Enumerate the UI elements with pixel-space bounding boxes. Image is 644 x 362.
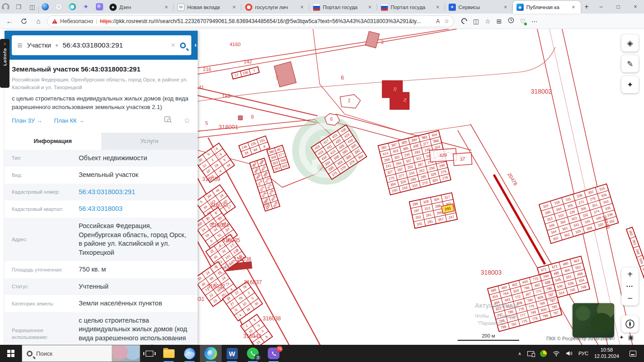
tab-services[interactable]: Услуги (101, 133, 198, 150)
preview-icon[interactable] (164, 116, 172, 125)
pinned-favicon-purplesq-icon[interactable] (96, 3, 103, 10)
measure-button[interactable]: ✎ (621, 55, 639, 72)
clear-search-icon[interactable]: × (171, 41, 175, 50)
clock[interactable]: 10:58 12.01.2024 (594, 347, 619, 360)
tab-label: Портал госуда (323, 5, 364, 10)
tab-close-icon[interactable]: × (434, 4, 441, 11)
search-highlight-thumbnail[interactable] (112, 345, 140, 362)
row-value-link[interactable]: 56:43:0318003 (79, 205, 190, 214)
taskbar-search-box[interactable]: Поиск (22, 345, 140, 362)
collapse-panel-icon[interactable]: ‹ (194, 41, 197, 48)
minimap-satellite-thumbnail[interactable] (573, 303, 614, 338)
browser-tab-4[interactable]: Портал госуда× (377, 1, 445, 14)
volume-icon[interactable] (566, 351, 573, 356)
collections-icon[interactable]: ⊞ (497, 18, 502, 25)
url-text[interactable]: https://pkk.rosreestr.ru/#/search/51.223… (100, 18, 421, 24)
row-label: Адрес: (12, 236, 79, 243)
refresh-button[interactable] (18, 15, 30, 27)
tab-close-icon[interactable]: × (298, 4, 306, 11)
settings-more-icon[interactable]: ⋯ (531, 18, 538, 25)
tab-label: Портал госуда (391, 5, 431, 10)
window-minimize-button[interactable]: – (592, 0, 610, 14)
vertical-tabs-icon[interactable]: ◫ (28, 2, 37, 11)
tab-close-icon[interactable]: × (502, 4, 509, 11)
parcel-attributes-table: Тип:Объект недвижимостиВид:Земельный уча… (5, 150, 198, 345)
task-view-button[interactable] (140, 345, 158, 362)
wifi-icon[interactable] (553, 351, 560, 357)
browser-tab-5[interactable]: Сервисы× (445, 1, 513, 14)
taskbar-app-word[interactable]: W (222, 345, 242, 362)
tab-information[interactable]: Информация (5, 133, 101, 150)
zoom-out-button[interactable]: − (621, 291, 639, 305)
start-button[interactable] (0, 345, 22, 362)
bookmark-star-icon[interactable]: ☆ (444, 18, 449, 24)
security-warning-icon[interactable] (52, 19, 57, 24)
chevron-down-icon[interactable]: ▾ (56, 43, 58, 48)
browser-tab-2[interactable]: госуслуги лич× (242, 1, 309, 14)
copilot-icon[interactable] (460, 17, 468, 25)
home-button[interactable]: ⌂ (33, 15, 44, 27)
history-icon[interactable] (508, 17, 514, 25)
workspaces-icon[interactable]: ❒ (14, 2, 23, 11)
taskbar-app-explorer[interactable] (158, 345, 179, 362)
svg-text:316035: 316035 (222, 237, 240, 243)
browser-essentials-icon[interactable]: ♡ (520, 18, 526, 25)
tray-chevron-icon[interactable]: ∧ (518, 351, 521, 356)
tab-close-icon[interactable]: × (163, 4, 170, 11)
taskbar-app-viber[interactable]: 76 (263, 345, 284, 362)
row-value-link[interactable]: 56:43:0318003:291 (79, 188, 190, 197)
taskbar-app-edge[interactable] (200, 345, 222, 362)
window-close-button[interactable]: × (627, 0, 644, 14)
lotinfo-extension-tab[interactable]: › LotInfo (0, 39, 9, 88)
pinned-favicon-cring-icon[interactable] (69, 3, 76, 10)
panel-tabs: Информация Услуги (5, 133, 198, 150)
center-map-icon[interactable]: ✦ (619, 334, 624, 341)
layers-icon: ◈ (627, 38, 633, 48)
zoom-in-button[interactable]: + (621, 267, 639, 281)
tab-close-icon[interactable]: × (570, 4, 577, 11)
search-icon[interactable] (180, 43, 186, 48)
svg-text:429: 429 (439, 152, 447, 158)
pinned-favicon-spark-icon[interactable] (82, 3, 90, 10)
browser-tab-0[interactable]: Дзен× (106, 1, 174, 14)
browser-tab-6[interactable]: Публичная ка× (513, 1, 581, 14)
taskbar-app-whatsapp[interactable]: 3 (242, 345, 263, 362)
address-bar[interactable]: Небезопасно | https://pkk.rosreestr.ru/#… (47, 15, 454, 27)
back-button[interactable]: ← (4, 15, 15, 27)
split-screen-icon[interactable]: ◫ (473, 18, 479, 25)
taskbar-app-photos[interactable] (179, 345, 200, 362)
window-maximize-button[interactable]: □ (610, 0, 627, 14)
pinned-favicon-sphere-icon[interactable] (42, 3, 49, 10)
browser-tab-3[interactable]: Портал госуда× (309, 1, 377, 14)
pinned-favicon-pale-icon[interactable] (55, 3, 62, 10)
new-tab-button[interactable]: + (582, 1, 591, 13)
search-category-dropdown[interactable]: Участки (27, 42, 51, 49)
action-center-button[interactable] (625, 351, 640, 357)
layers-button[interactable]: ◈ (621, 34, 639, 52)
profile-avatar[interactable] (2, 3, 9, 11)
search-box[interactable]: ≡ Участки ▾ × (12, 35, 191, 55)
security-label[interactable]: Небезопасно (60, 18, 93, 24)
svg-text:7: 7 (275, 76, 278, 81)
browser-tab-1[interactable]: Новая вкладк× (174, 1, 242, 14)
tab-close-icon[interactable]: × (366, 4, 374, 11)
zoom-more-button[interactable]: ••• (621, 281, 639, 291)
services-favicon-icon (449, 4, 456, 11)
pinned-favicons[interactable] (39, 0, 106, 14)
language-indicator[interactable]: РУС (578, 351, 588, 356)
info-row-6: Статус:Учтенный (5, 278, 198, 295)
browser-tabs[interactable]: Дзен×Новая вкладк×госуслуги лич×Портал г… (106, 0, 581, 14)
plan-kk-link[interactable]: План КК → (54, 117, 85, 124)
cast-device-icon[interactable] (527, 351, 534, 356)
fullscreen-map-icon[interactable]: ▣ (628, 334, 634, 341)
search-input[interactable] (62, 41, 166, 49)
favorites-icon[interactable]: ☆ (485, 18, 491, 25)
favorite-star-icon[interactable]: ☆ (184, 116, 190, 125)
menu-icon[interactable]: ≡ (17, 41, 23, 50)
plan-zu-link[interactable]: План ЗУ → (12, 117, 43, 124)
compass-button[interactable] (621, 315, 639, 333)
antivirus-icon[interactable] (540, 350, 547, 357)
locate-button[interactable]: ✦ (621, 76, 639, 93)
tab-close-icon[interactable]: × (231, 4, 238, 11)
read-aloud-icon[interactable]: A (436, 18, 440, 24)
